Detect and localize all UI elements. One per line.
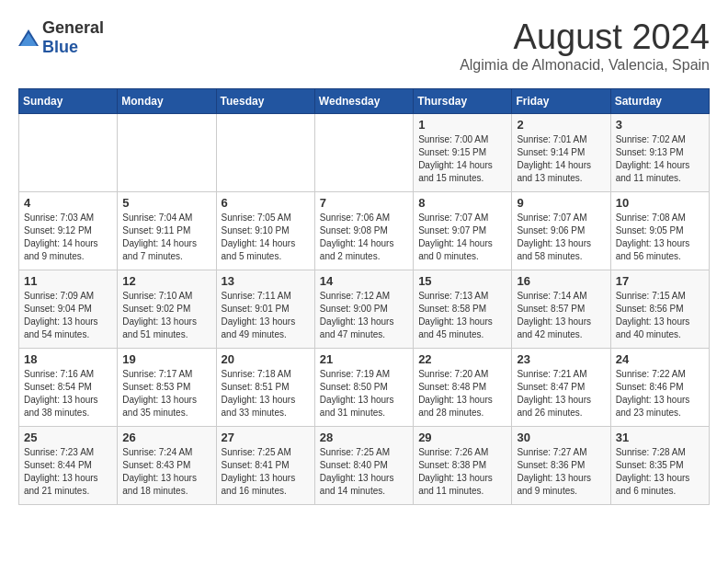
day-content: Sunrise: 7:00 AM Sunset: 9:15 PM Dayligh… [418,133,506,185]
day-content: Sunrise: 7:15 AM Sunset: 8:56 PM Dayligh… [616,290,704,341]
day-cell-13: 13Sunrise: 7:11 AM Sunset: 9:01 PM Dayli… [216,270,314,348]
day-content: Sunrise: 7:09 AM Sunset: 9:04 PM Dayligh… [24,290,112,341]
day-cell-30: 30Sunrise: 7:27 AM Sunset: 8:36 PM Dayli… [512,426,610,504]
day-cell-29: 29Sunrise: 7:26 AM Sunset: 8:38 PM Dayli… [414,426,512,504]
title-section: August 2024 Algimia de Almonacid, Valenc… [460,18,710,74]
day-cell-5: 5Sunrise: 7:04 AM Sunset: 9:11 PM Daylig… [118,191,216,270]
day-cell-1: 1Sunrise: 7:00 AM Sunset: 9:15 PM Daylig… [414,113,512,191]
week-row-2: 4Sunrise: 7:03 AM Sunset: 9:12 PM Daylig… [19,191,710,270]
day-cell-21: 21Sunrise: 7:19 AM Sunset: 8:50 PM Dayli… [314,348,413,426]
day-cell-28: 28Sunrise: 7:25 AM Sunset: 8:40 PM Dayli… [314,426,413,504]
day-number: 24 [616,352,704,366]
day-cell-11: 11Sunrise: 7:09 AM Sunset: 9:04 PM Dayli… [19,270,118,348]
month-year: August 2024 [460,18,710,57]
day-content: Sunrise: 7:02 AM Sunset: 9:13 PM Dayligh… [616,133,704,185]
day-cell-6: 6Sunrise: 7:05 AM Sunset: 9:10 PM Daylig… [216,191,314,270]
day-content: Sunrise: 7:23 AM Sunset: 8:44 PM Dayligh… [24,446,112,498]
location: Algimia de Almonacid, Valencia, Spain [460,57,710,74]
day-number: 10 [616,196,704,210]
day-number: 23 [517,352,605,366]
day-content: Sunrise: 7:03 AM Sunset: 9:12 PM Dayligh… [24,212,112,263]
day-cell-20: 20Sunrise: 7:18 AM Sunset: 8:51 PM Dayli… [216,348,314,426]
week-row-4: 18Sunrise: 7:16 AM Sunset: 8:54 PM Dayli… [19,348,710,426]
day-content: Sunrise: 7:11 AM Sunset: 9:01 PM Dayligh… [222,290,310,341]
day-header-tuesday: Tuesday [216,88,314,113]
day-cell-3: 3Sunrise: 7:02 AM Sunset: 9:13 PM Daylig… [610,113,709,191]
day-content: Sunrise: 7:10 AM Sunset: 9:02 PM Dayligh… [122,290,210,341]
day-content: Sunrise: 7:27 AM Sunset: 8:36 PM Dayligh… [517,446,605,498]
day-number: 20 [222,352,310,366]
day-content: Sunrise: 7:06 AM Sunset: 9:08 PM Dayligh… [320,212,408,263]
day-number: 15 [418,274,506,288]
day-number: 18 [24,352,112,366]
day-number: 19 [122,352,210,366]
day-cell-18: 18Sunrise: 7:16 AM Sunset: 8:54 PM Dayli… [19,348,118,426]
day-header-wednesday: Wednesday [314,88,413,113]
page-header: General Blue August 2024 Algimia de Almo… [18,18,710,74]
day-number: 16 [517,274,605,288]
day-number: 2 [517,118,605,132]
day-number: 31 [616,431,704,444]
day-content: Sunrise: 7:13 AM Sunset: 8:58 PM Dayligh… [418,290,506,341]
day-content: Sunrise: 7:08 AM Sunset: 9:05 PM Dayligh… [616,212,704,263]
day-cell-9: 9Sunrise: 7:07 AM Sunset: 9:06 PM Daylig… [512,191,610,270]
day-content: Sunrise: 7:17 AM Sunset: 8:53 PM Dayligh… [122,368,210,419]
day-cell-4: 4Sunrise: 7:03 AM Sunset: 9:12 PM Daylig… [19,191,118,270]
day-number: 30 [517,431,605,444]
empty-cell [314,113,413,191]
day-content: Sunrise: 7:07 AM Sunset: 9:06 PM Dayligh… [517,212,605,263]
days-header-row: SundayMondayTuesdayWednesdayThursdayFrid… [19,88,710,113]
day-cell-16: 16Sunrise: 7:14 AM Sunset: 8:57 PM Dayli… [512,270,610,348]
day-content: Sunrise: 7:01 AM Sunset: 9:14 PM Dayligh… [517,133,605,185]
day-number: 3 [616,118,704,132]
day-cell-23: 23Sunrise: 7:21 AM Sunset: 8:47 PM Dayli… [512,348,610,426]
day-cell-10: 10Sunrise: 7:08 AM Sunset: 9:05 PM Dayli… [610,191,709,270]
day-number: 17 [616,274,704,288]
day-content: Sunrise: 7:18 AM Sunset: 8:51 PM Dayligh… [222,368,310,419]
day-content: Sunrise: 7:14 AM Sunset: 8:57 PM Dayligh… [517,290,605,341]
week-row-5: 25Sunrise: 7:23 AM Sunset: 8:44 PM Dayli… [19,426,710,504]
day-cell-12: 12Sunrise: 7:10 AM Sunset: 9:02 PM Dayli… [118,270,216,348]
empty-cell [19,113,118,191]
day-number: 22 [418,352,506,366]
day-content: Sunrise: 7:21 AM Sunset: 8:47 PM Dayligh… [517,368,605,419]
day-header-monday: Monday [118,88,216,113]
day-number: 25 [24,431,112,444]
day-cell-15: 15Sunrise: 7:13 AM Sunset: 8:58 PM Dayli… [414,270,512,348]
day-number: 9 [517,196,605,210]
day-content: Sunrise: 7:07 AM Sunset: 9:07 PM Dayligh… [418,212,506,263]
day-number: 21 [320,352,408,366]
day-number: 4 [24,196,112,210]
day-content: Sunrise: 7:22 AM Sunset: 8:46 PM Dayligh… [616,368,704,419]
empty-cell [118,113,216,191]
day-cell-27: 27Sunrise: 7:25 AM Sunset: 8:41 PM Dayli… [216,426,314,504]
day-number: 13 [222,274,310,288]
day-number: 8 [418,196,506,210]
day-content: Sunrise: 7:16 AM Sunset: 8:54 PM Dayligh… [24,368,112,419]
day-number: 29 [418,431,506,444]
logo-blue: Blue [42,38,78,56]
empty-cell [216,113,314,191]
day-content: Sunrise: 7:28 AM Sunset: 8:35 PM Dayligh… [616,446,704,498]
day-cell-17: 17Sunrise: 7:15 AM Sunset: 8:56 PM Dayli… [610,270,709,348]
day-cell-22: 22Sunrise: 7:20 AM Sunset: 8:48 PM Dayli… [414,348,512,426]
logo-general: General [42,18,104,37]
day-number: 28 [320,431,408,444]
day-cell-26: 26Sunrise: 7:24 AM Sunset: 8:43 PM Dayli… [118,426,216,504]
week-row-1: 1Sunrise: 7:00 AM Sunset: 9:15 PM Daylig… [19,113,710,191]
day-number: 6 [222,196,310,210]
day-cell-31: 31Sunrise: 7:28 AM Sunset: 8:35 PM Dayli… [610,426,709,504]
day-content: Sunrise: 7:25 AM Sunset: 8:40 PM Dayligh… [320,446,408,498]
day-cell-7: 7Sunrise: 7:06 AM Sunset: 9:08 PM Daylig… [314,191,413,270]
day-cell-14: 14Sunrise: 7:12 AM Sunset: 9:00 PM Dayli… [314,270,413,348]
day-cell-25: 25Sunrise: 7:23 AM Sunset: 8:44 PM Dayli… [19,426,118,504]
day-header-saturday: Saturday [610,88,709,113]
week-row-3: 11Sunrise: 7:09 AM Sunset: 9:04 PM Dayli… [19,270,710,348]
day-number: 14 [320,274,408,288]
logo: General Blue [18,18,104,57]
day-number: 12 [122,274,210,288]
day-number: 26 [122,431,210,444]
day-content: Sunrise: 7:05 AM Sunset: 9:10 PM Dayligh… [222,212,310,263]
day-cell-8: 8Sunrise: 7:07 AM Sunset: 9:07 PM Daylig… [414,191,512,270]
day-number: 11 [24,274,112,288]
